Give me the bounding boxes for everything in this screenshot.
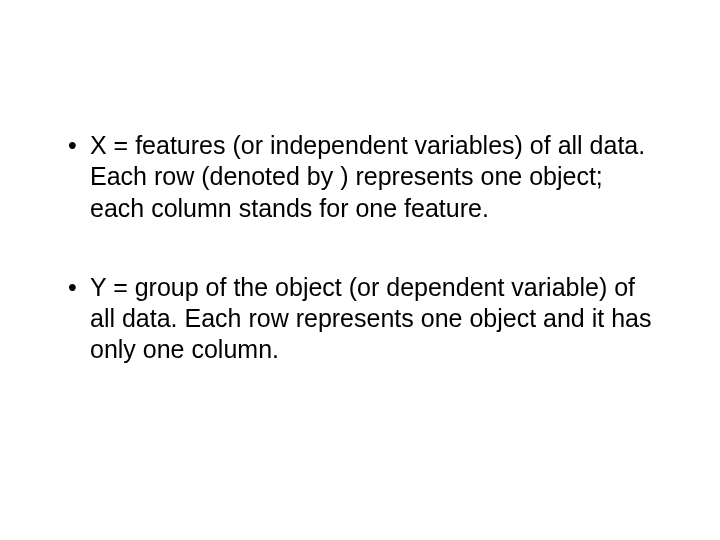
list-item: Y = group of the object (or dependent va… (60, 272, 660, 366)
bullet-text: X = features (or independent variables) … (90, 131, 645, 222)
list-item: X = features (or independent variables) … (60, 130, 660, 224)
slide-content: X = features (or independent variables) … (0, 0, 720, 540)
bullet-text: Y = group of the object (or dependent va… (90, 273, 651, 364)
bullet-list: X = features (or independent variables) … (60, 130, 660, 366)
